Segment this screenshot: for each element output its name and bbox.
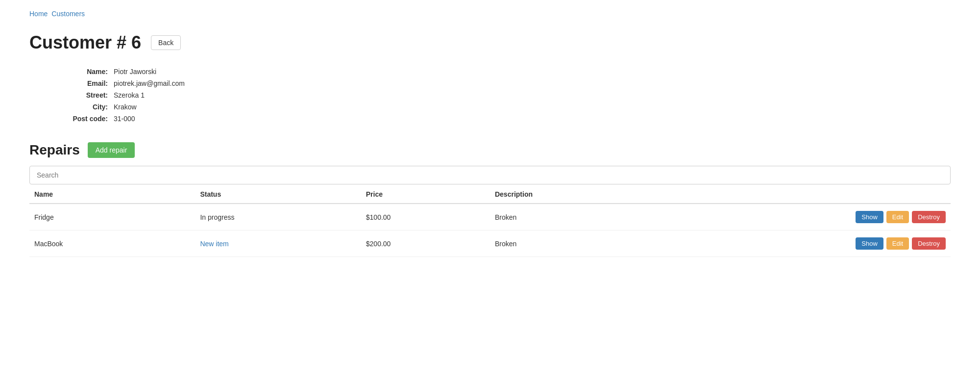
- city-value: Krakow: [114, 103, 137, 111]
- name-label: Name:: [59, 68, 108, 76]
- breadcrumb: Home Customers: [29, 10, 951, 18]
- edit-button-0[interactable]: Edit: [886, 211, 909, 223]
- col-header-name: Name: [29, 184, 195, 204]
- customer-details: Name: Piotr Jaworski Email: piotrek.jaw@…: [59, 68, 951, 123]
- detail-city-row: City: Krakow: [59, 103, 951, 111]
- page-title: Customer # 6: [29, 32, 141, 53]
- repairs-section: Repairs Add repair Name Status Price Des…: [29, 142, 951, 257]
- destroy-button-0[interactable]: Destroy: [912, 211, 946, 223]
- breadcrumb-home[interactable]: Home: [29, 10, 48, 18]
- search-container: [29, 166, 951, 184]
- name-value: Piotr Jaworski: [114, 68, 156, 76]
- cell-description-0: Broken: [490, 204, 720, 231]
- back-button[interactable]: Back: [151, 35, 181, 50]
- table-row: MacBook New item $200.00 Broken Show Edi…: [29, 231, 951, 257]
- city-label: City:: [59, 103, 108, 111]
- show-button-1[interactable]: Show: [856, 237, 883, 250]
- search-input[interactable]: [29, 166, 951, 184]
- show-button-0[interactable]: Show: [856, 211, 883, 223]
- cell-actions-1: Show Edit Destroy: [720, 231, 951, 257]
- cell-price-1: $200.00: [361, 231, 490, 257]
- cell-actions-0: Show Edit Destroy: [720, 204, 951, 231]
- street-value: Szeroka 1: [114, 91, 145, 99]
- col-header-description: Description: [490, 184, 720, 204]
- cell-name-0: Fridge: [29, 204, 195, 231]
- repairs-title: Repairs: [29, 142, 80, 158]
- cell-status-0: In progress: [195, 204, 361, 231]
- repairs-table: Name Status Price Description Fridge In …: [29, 184, 951, 257]
- detail-email-row: Email: piotrek.jaw@gmail.com: [59, 79, 951, 87]
- cell-price-0: $100.00: [361, 204, 490, 231]
- col-header-price: Price: [361, 184, 490, 204]
- destroy-button-1[interactable]: Destroy: [912, 237, 946, 250]
- email-value: piotrek.jaw@gmail.com: [114, 79, 185, 87]
- edit-button-1[interactable]: Edit: [886, 237, 909, 250]
- email-label: Email:: [59, 79, 108, 87]
- repairs-header: Repairs Add repair: [29, 142, 951, 158]
- cell-status-1: New item: [195, 231, 361, 257]
- detail-street-row: Street: Szeroka 1: [59, 91, 951, 99]
- detail-name-row: Name: Piotr Jaworski: [59, 68, 951, 76]
- page-header: Customer # 6 Back: [29, 32, 951, 53]
- street-label: Street:: [59, 91, 108, 99]
- table-row: Fridge In progress $100.00 Broken Show E…: [29, 204, 951, 231]
- postcode-value: 31-000: [114, 115, 135, 123]
- breadcrumb-customers[interactable]: Customers: [51, 10, 85, 18]
- postcode-label: Post code:: [59, 115, 108, 123]
- detail-postcode-row: Post code: 31-000: [59, 115, 951, 123]
- col-header-actions: [720, 184, 951, 204]
- table-header-row: Name Status Price Description: [29, 184, 951, 204]
- col-header-status: Status: [195, 184, 361, 204]
- cell-description-1: Broken: [490, 231, 720, 257]
- add-repair-button[interactable]: Add repair: [88, 142, 135, 158]
- cell-name-1: MacBook: [29, 231, 195, 257]
